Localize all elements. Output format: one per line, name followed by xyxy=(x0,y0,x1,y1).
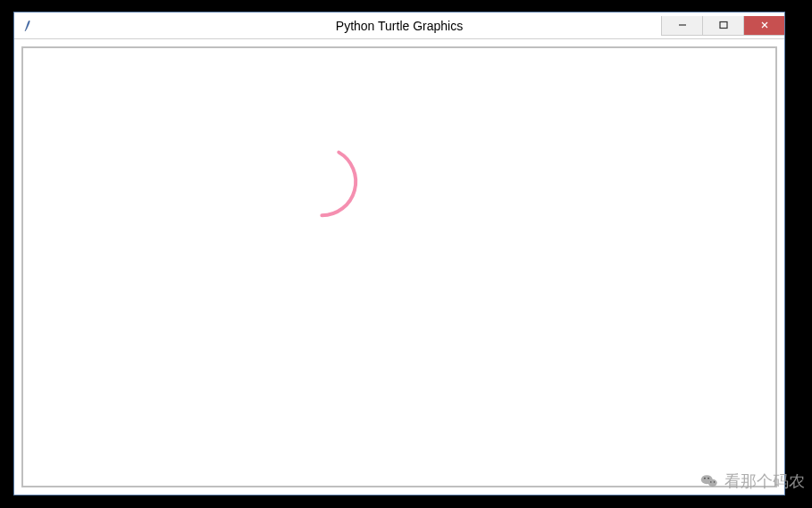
window-frame: Python Turtle Graphics xyxy=(13,12,785,496)
svg-point-8 xyxy=(710,481,711,482)
svg-point-7 xyxy=(707,478,709,479)
close-button[interactable] xyxy=(743,16,784,36)
titlebar[interactable]: Python Turtle Graphics xyxy=(14,12,784,39)
svg-point-5 xyxy=(708,479,717,487)
watermark: 看那个码农 xyxy=(699,471,805,492)
wechat-icon xyxy=(699,471,719,491)
minimize-button[interactable] xyxy=(661,16,702,36)
maximize-button[interactable] xyxy=(702,16,743,36)
app-icon xyxy=(21,19,36,33)
turtle-drawing xyxy=(23,48,775,486)
turtle-canvas xyxy=(23,48,775,486)
svg-point-9 xyxy=(714,481,715,482)
watermark-text: 看那个码农 xyxy=(724,471,805,492)
svg-rect-1 xyxy=(720,22,727,29)
svg-point-6 xyxy=(704,478,706,479)
window-controls xyxy=(661,16,784,36)
window-title: Python Turtle Graphics xyxy=(336,19,463,33)
canvas-border xyxy=(21,46,777,487)
